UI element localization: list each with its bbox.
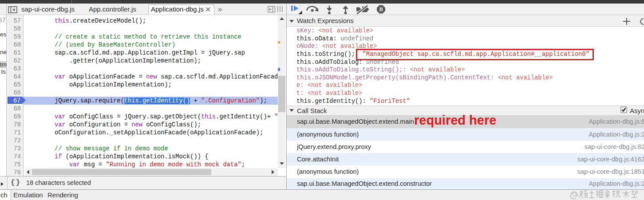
svg-text:67: 67 — [13, 98, 21, 104]
